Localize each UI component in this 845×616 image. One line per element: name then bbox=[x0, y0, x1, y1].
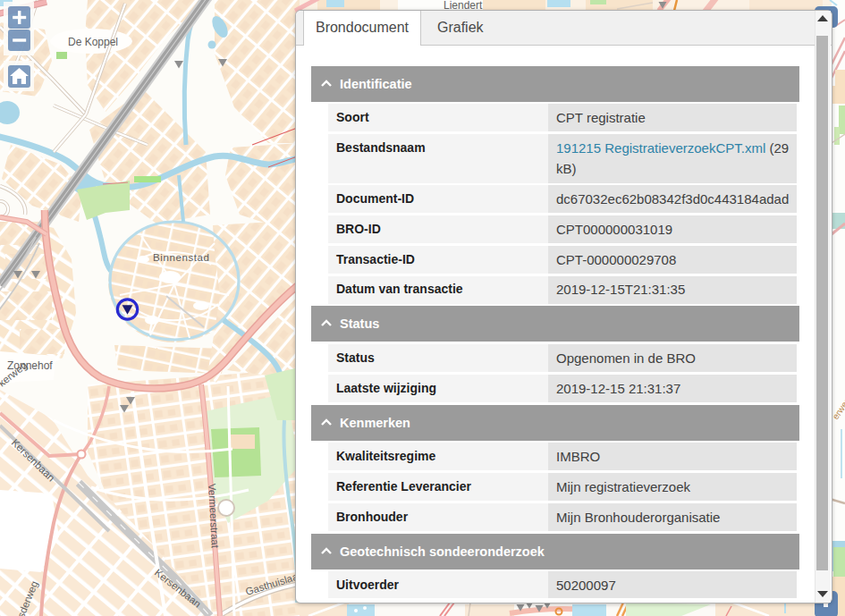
svg-text:De Koppel: De Koppel bbox=[68, 36, 118, 48]
svg-text:Binnenstad: Binnenstad bbox=[153, 252, 210, 263]
